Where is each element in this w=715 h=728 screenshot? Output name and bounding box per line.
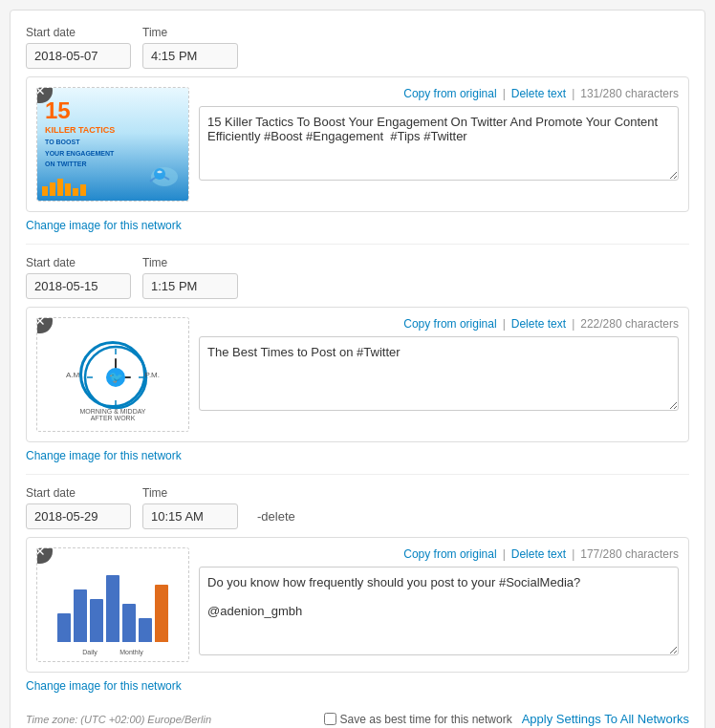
card-2: ✕ A.M. xyxy=(26,307,689,442)
svg-text:🐦: 🐦 xyxy=(109,370,123,384)
card-actions-1: Copy from original | Delete text | 131/2… xyxy=(199,87,679,100)
svg-rect-2 xyxy=(42,186,48,196)
bar-2 xyxy=(74,589,87,642)
card-right-3: Copy from original | Delete text | 177/2… xyxy=(199,547,679,662)
save-best-time-text: Save as best time for this network xyxy=(340,713,512,726)
start-date-input-2[interactable] xyxy=(26,273,131,299)
time-group-1: Time xyxy=(142,26,238,69)
delete-text-link-1[interactable]: Delete text xyxy=(511,87,566,100)
clock-circle: 🐦 xyxy=(79,341,146,408)
copy-from-original-link-2[interactable]: Copy from original xyxy=(403,317,496,331)
delete-row-link-3[interactable]: -delete xyxy=(257,509,295,524)
svg-rect-7 xyxy=(80,184,86,196)
svg-rect-5 xyxy=(65,183,71,196)
tactics-text: 15 KILLER TACTICS TO BOOST YOUR ENGAGEME… xyxy=(45,96,115,170)
change-image-link-3[interactable]: Change image for this network xyxy=(26,679,182,693)
bar-5 xyxy=(122,604,136,642)
timezone-text: Time zone: (UTC +02:00) Europe/Berlin xyxy=(26,714,211,725)
section-3: Start date Time -delete ✕ xyxy=(26,486,689,693)
time-label-3: Time xyxy=(142,486,238,500)
chart-image-3: Daily Monthly xyxy=(37,548,188,661)
svg-point-1 xyxy=(154,168,165,180)
tactics-image-1: 15 KILLER TACTICS TO BOOST YOUR ENGAGEME… xyxy=(37,88,188,201)
bar-3 xyxy=(90,599,103,642)
time-input-1[interactable] xyxy=(142,43,238,69)
svg-rect-3 xyxy=(50,182,55,196)
card-right-2: Copy from original | Delete text | 222/2… xyxy=(199,317,679,432)
bar-6 xyxy=(139,618,152,642)
char-count-3: 177/280 characters xyxy=(580,547,679,561)
char-count-2: 222/280 characters xyxy=(580,317,679,331)
svg-rect-6 xyxy=(73,188,78,196)
delete-text-link-3[interactable]: Delete text xyxy=(511,547,566,561)
chart-label: Daily Monthly xyxy=(37,649,188,655)
pm-label: P.M. xyxy=(145,371,160,379)
footer: Time zone: (UTC +02:00) Europe/Berlin Sa… xyxy=(26,704,689,726)
image-wrapper-3: ✕ Daily Monthly xyxy=(36,547,189,662)
clock-image-2: A.M. xyxy=(37,318,188,431)
separator-1a: | xyxy=(503,87,506,100)
main-container: Start date Time ✕ 15 KILLER TACTICS TO B… xyxy=(10,10,705,728)
section-2: Start date Time ✕ A.M. xyxy=(26,256,689,462)
start-date-input-3[interactable] xyxy=(26,503,131,529)
text-content-2[interactable]: The Best Times to Post on #Twitter xyxy=(199,336,679,411)
time-group-3: Time xyxy=(142,486,238,529)
image-wrapper-1: ✕ 15 KILLER TACTICS TO BOOST YOUR ENGAGE… xyxy=(36,87,189,202)
apply-settings-btn[interactable]: Apply Settings To All Networks xyxy=(522,712,689,726)
save-best-time-checkbox[interactable] xyxy=(324,713,336,725)
card-actions-3: Copy from original | Delete text | 177/2… xyxy=(199,547,679,561)
time-label-1: Time xyxy=(142,26,238,39)
bar-7 xyxy=(155,585,168,642)
start-date-input-1[interactable] xyxy=(26,43,131,69)
time-label-2: Time xyxy=(142,256,238,269)
svg-rect-4 xyxy=(57,179,63,196)
start-date-group-2: Start date xyxy=(26,256,131,299)
change-image-link-1[interactable]: Change image for this network xyxy=(26,219,182,232)
text-content-3[interactable]: Do you know how frequently should you po… xyxy=(199,567,679,655)
copy-from-original-link-1[interactable]: Copy from original xyxy=(403,87,496,100)
card-actions-2: Copy from original | Delete text | 222/2… xyxy=(199,317,679,331)
image-wrapper-2: ✕ A.M. xyxy=(36,317,189,432)
separator-3a: | xyxy=(503,547,506,561)
date-time-row-1: Start date Time xyxy=(26,26,689,69)
card-1: ✕ 15 KILLER TACTICS TO BOOST YOUR ENGAGE… xyxy=(26,76,689,212)
copy-from-original-link-3[interactable]: Copy from original xyxy=(403,547,496,561)
bar-4 xyxy=(106,575,119,642)
time-input-2[interactable] xyxy=(142,273,238,299)
delete-text-link-2[interactable]: Delete text xyxy=(511,317,566,331)
separator-2a: | xyxy=(503,317,506,331)
save-best-time-label[interactable]: Save as best time for this network xyxy=(324,713,512,726)
bar-1 xyxy=(57,613,71,642)
card-right-1: Copy from original | Delete text | 131/2… xyxy=(199,87,679,202)
divider-1 xyxy=(26,244,689,245)
clock-title: MORNING & MIDDAYAFTER WORK xyxy=(37,408,188,421)
start-date-label-2: Start date xyxy=(26,256,131,269)
separator-3b: | xyxy=(572,547,574,561)
divider-2 xyxy=(26,474,689,475)
start-date-group-1: Start date xyxy=(26,26,131,69)
change-image-link-2[interactable]: Change image for this network xyxy=(26,449,182,462)
separator-2b: | xyxy=(572,317,574,331)
time-group-2: Time xyxy=(142,256,238,299)
separator-1b: | xyxy=(572,87,574,100)
footer-right: Save as best time for this network Apply… xyxy=(324,712,689,726)
section-1: Start date Time ✕ 15 KILLER TACTICS TO B… xyxy=(26,26,689,232)
start-date-group-3: Start date xyxy=(26,486,131,529)
text-content-1[interactable]: 15 Killer Tactics To Boost Your Engageme… xyxy=(199,106,679,181)
date-time-row-2: Start date Time xyxy=(26,256,689,299)
char-count-1: 131/280 characters xyxy=(580,87,679,100)
card-3: ✕ Daily Monthly Copy from origi xyxy=(26,537,689,673)
time-input-3[interactable] xyxy=(142,503,238,529)
start-date-label-1: Start date xyxy=(26,26,131,39)
date-time-row-3: Start date Time -delete xyxy=(26,486,689,529)
start-date-label-3: Start date xyxy=(26,486,131,500)
